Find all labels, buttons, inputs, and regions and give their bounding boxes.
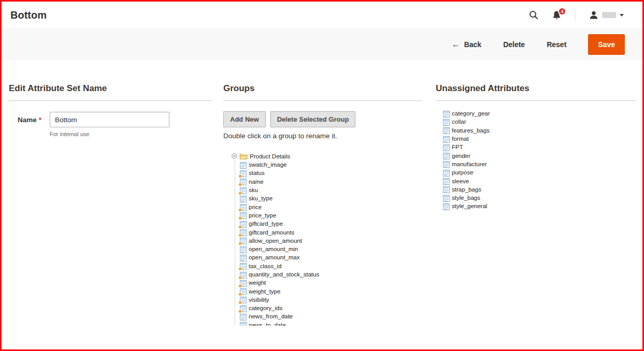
add-new-group-button[interactable]: Add New	[223, 111, 266, 127]
attribute-icon	[443, 152, 450, 159]
unassigned-attribute-item[interactable]: manufacturer	[443, 160, 636, 168]
attribute-icon	[240, 212, 247, 218]
group-attribute-item[interactable]: weight_type	[240, 287, 422, 295]
attribute-label: category_gear	[452, 110, 490, 116]
attribute-icon	[240, 313, 247, 320]
attribute-icon	[240, 280, 247, 286]
unassigned-attribute-item[interactable]: sleeve	[443, 177, 636, 185]
group-attribute-item[interactable]: news_from_date	[240, 312, 422, 320]
group-attribute-item[interactable]: open_amount_min	[240, 245, 422, 253]
folder-open-icon	[239, 153, 248, 159]
attribute-label: features_bags	[452, 127, 490, 134]
unassigned-attribute-item[interactable]: format	[443, 135, 636, 143]
attribute-label: weight_type	[249, 288, 280, 295]
attribute-icon	[240, 271, 247, 278]
system-attribute-dot	[238, 192, 242, 195]
group-attribute-item[interactable]: price_type	[240, 211, 422, 220]
unassigned-attribute-item[interactable]: collar	[443, 118, 636, 126]
group-attribute-item[interactable]: giftcard_amounts	[240, 228, 422, 236]
group-attribute-item[interactable]: quantity_and_stock_status	[240, 270, 422, 279]
group-attribute-item[interactable]: swatch_image	[240, 160, 422, 169]
group-attribute-list: swatch_image status	[235, 160, 422, 326]
attribute-label: status	[249, 170, 265, 176]
attribute-label: strap_bags	[452, 186, 481, 193]
group-attribute-item[interactable]: status	[240, 169, 422, 177]
collapse-toggle-icon[interactable]	[232, 153, 237, 159]
header-actions: 4	[529, 9, 624, 21]
attribute-icon	[240, 254, 247, 261]
unassigned-attribute-item[interactable]: category_gear	[443, 109, 636, 118]
edit-attribute-set-section: Edit Attribute Set Name Name* For intern…	[9, 83, 212, 137]
attribute-label: quantity_and_stock_status	[249, 271, 319, 277]
group-attribute-item[interactable]: sku_type	[240, 194, 422, 202]
group-attribute-item[interactable]: visibility	[240, 296, 422, 304]
name-field-note: For internal use	[50, 131, 169, 137]
unassigned-attribute-item[interactable]: strap_bags	[443, 185, 636, 194]
attribute-icon	[443, 136, 450, 142]
notifications-button[interactable]: 4	[552, 10, 562, 20]
unassigned-attribute-item[interactable]: style_general	[443, 202, 636, 210]
attribute-label: sku	[249, 187, 258, 193]
attribute-label: swatch_image	[249, 162, 287, 168]
back-arrow-icon: ←	[452, 40, 460, 49]
attribute-label: giftcard_amounts	[249, 229, 294, 236]
group-attribute-item[interactable]: price	[240, 202, 422, 211]
attribute-label: open_amount_min	[249, 246, 298, 252]
back-button[interactable]: ← Back	[452, 40, 481, 49]
required-asterisk: *	[39, 116, 41, 124]
save-button[interactable]: Save	[588, 34, 625, 55]
system-attribute-dot	[238, 174, 242, 178]
delete-button[interactable]: Delete	[503, 40, 525, 49]
reset-button[interactable]: Reset	[547, 40, 566, 49]
group-attribute-item[interactable]: sku	[240, 186, 422, 194]
unassigned-attribute-item[interactable]: features_bags	[443, 126, 636, 135]
system-attribute-dot	[238, 310, 242, 313]
attribute-icon	[443, 110, 450, 117]
unassigned-attribute-item[interactable]: gender	[443, 151, 636, 159]
attribute-label: category_ids	[249, 305, 282, 311]
search-icon	[529, 10, 538, 20]
unassigned-attribute-item[interactable]: purpose	[443, 168, 636, 177]
group-node-product-details[interactable]: Product Details	[232, 152, 422, 160]
attribute-label: FPT	[452, 144, 463, 150]
delete-selected-group-button[interactable]: Delete Selected Group	[270, 111, 356, 127]
attribute-label: news_to_date	[249, 322, 286, 326]
attribute-label: visibility	[249, 297, 269, 303]
attribute-icon	[240, 246, 247, 253]
attribute-icon	[443, 186, 450, 193]
group-attribute-item[interactable]: allow_open_amount	[240, 237, 422, 245]
attribute-label: gender	[452, 153, 470, 159]
name-label-text: Name	[18, 116, 37, 124]
attribute-icon	[240, 170, 247, 177]
attribute-set-name-input[interactable]	[50, 112, 169, 127]
attribute-label: weight	[249, 280, 266, 286]
group-attribute-item[interactable]: category_ids	[240, 304, 422, 312]
attribute-icon	[240, 229, 247, 236]
attribute-icon	[240, 296, 247, 303]
group-attribute-item[interactable]: tax_class_id	[240, 262, 422, 270]
attribute-icon	[240, 203, 247, 210]
attribute-label: news_from_date	[249, 313, 293, 319]
attribute-icon	[443, 127, 450, 134]
group-attribute-item[interactable]: weight	[240, 279, 422, 287]
attribute-label: tax_class_id	[249, 263, 281, 269]
attribute-icon	[240, 221, 247, 227]
attribute-icon	[443, 144, 450, 151]
attribute-label: price_type	[249, 212, 276, 218]
search-button[interactable]	[529, 10, 538, 20]
attribute-icon	[240, 321, 247, 326]
groups-hint: Double click on a group to rename it.	[223, 132, 422, 140]
attribute-icon	[443, 169, 450, 176]
group-attribute-item[interactable]: giftcard_type	[240, 220, 422, 228]
groups-section: Groups Add New Delete Selected Group Dou…	[223, 83, 422, 326]
name-field-label: Name*	[18, 112, 50, 137]
name-form-row: Name* For internal use	[9, 112, 212, 137]
group-attribute-item[interactable]: name	[240, 178, 422, 186]
attribute-icon	[240, 187, 247, 194]
unassigned-attribute-item[interactable]: FPT	[443, 143, 636, 151]
unassigned-attribute-item[interactable]: style_bags	[443, 194, 636, 202]
account-menu-button[interactable]	[589, 10, 624, 20]
group-attribute-item[interactable]: news_to_date	[240, 321, 422, 326]
group-attribute-item[interactable]: open_amount_max	[240, 253, 422, 261]
attribute-label: open_amount_max	[249, 254, 299, 260]
